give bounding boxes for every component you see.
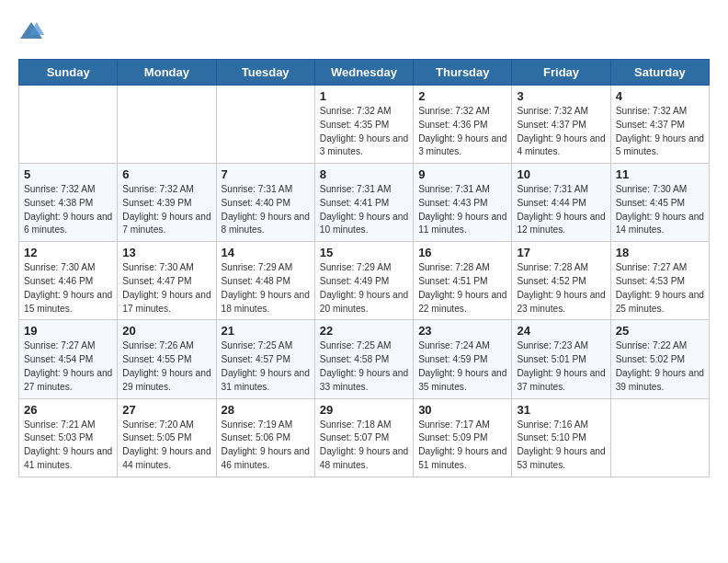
day-number: 4 xyxy=(616,89,704,103)
calendar-cell: 18Sunrise: 7:27 AM Sunset: 4:53 PM Dayli… xyxy=(610,242,709,320)
day-number: 3 xyxy=(517,89,605,103)
cell-text: Sunrise: 7:31 AM Sunset: 4:44 PM Dayligh… xyxy=(517,183,605,237)
logo xyxy=(18,18,48,44)
day-number: 25 xyxy=(616,324,704,338)
day-header-thursday: Thursday xyxy=(414,60,512,86)
day-number: 13 xyxy=(122,246,210,259)
calendar-cell: 16Sunrise: 7:28 AM Sunset: 4:51 PM Dayli… xyxy=(414,242,512,320)
cell-text: Sunrise: 7:21 AM Sunset: 5:03 PM Dayligh… xyxy=(24,419,112,473)
calendar-week-1: 1Sunrise: 7:32 AM Sunset: 4:35 PM Daylig… xyxy=(19,86,710,164)
cell-text: Sunrise: 7:32 AM Sunset: 4:39 PM Dayligh… xyxy=(122,183,210,237)
day-number: 6 xyxy=(122,167,210,181)
calendar-week-5: 26Sunrise: 7:21 AM Sunset: 5:03 PM Dayli… xyxy=(19,398,710,477)
calendar-cell: 20Sunrise: 7:26 AM Sunset: 4:55 PM Dayli… xyxy=(118,320,216,398)
calendar-cell: 29Sunrise: 7:18 AM Sunset: 5:07 PM Dayli… xyxy=(314,398,413,477)
cell-text: Sunrise: 7:28 AM Sunset: 4:51 PM Dayligh… xyxy=(418,261,506,316)
cell-text: Sunrise: 7:26 AM Sunset: 4:55 PM Dayligh… xyxy=(122,339,210,394)
cell-text: Sunrise: 7:30 AM Sunset: 4:45 PM Dayligh… xyxy=(616,183,704,237)
logo-icon xyxy=(18,18,44,44)
calendar-cell: 15Sunrise: 7:29 AM Sunset: 4:49 PM Dayli… xyxy=(314,242,413,320)
cell-text: Sunrise: 7:25 AM Sunset: 4:58 PM Dayligh… xyxy=(320,339,408,394)
cell-text: Sunrise: 7:29 AM Sunset: 4:48 PM Dayligh… xyxy=(222,261,310,316)
day-number: 12 xyxy=(24,246,112,259)
cell-text: Sunrise: 7:32 AM Sunset: 4:36 PM Dayligh… xyxy=(418,105,506,159)
calendar-cell: 1Sunrise: 7:32 AM Sunset: 4:35 PM Daylig… xyxy=(314,86,413,164)
calendar-cell: 12Sunrise: 7:30 AM Sunset: 4:46 PM Dayli… xyxy=(19,242,118,320)
calendar-cell: 17Sunrise: 7:28 AM Sunset: 4:52 PM Dayli… xyxy=(512,242,610,320)
calendar-cell: 22Sunrise: 7:25 AM Sunset: 4:58 PM Dayli… xyxy=(314,320,413,398)
day-header-monday: Monday xyxy=(118,60,216,86)
day-number: 7 xyxy=(222,167,310,181)
day-number: 24 xyxy=(517,324,605,338)
day-number: 1 xyxy=(320,89,408,103)
cell-text: Sunrise: 7:20 AM Sunset: 5:05 PM Dayligh… xyxy=(122,419,210,473)
calendar-week-3: 12Sunrise: 7:30 AM Sunset: 4:46 PM Dayli… xyxy=(19,242,710,320)
cell-text: Sunrise: 7:32 AM Sunset: 4:35 PM Dayligh… xyxy=(320,105,408,159)
cell-text: Sunrise: 7:19 AM Sunset: 5:06 PM Dayligh… xyxy=(222,419,310,473)
calendar-week-4: 19Sunrise: 7:27 AM Sunset: 4:54 PM Dayli… xyxy=(19,320,710,398)
calendar-cell: 23Sunrise: 7:24 AM Sunset: 4:59 PM Dayli… xyxy=(414,320,512,398)
cell-text: Sunrise: 7:25 AM Sunset: 4:57 PM Dayligh… xyxy=(222,339,310,394)
calendar-cell: 13Sunrise: 7:30 AM Sunset: 4:47 PM Dayli… xyxy=(118,242,216,320)
cell-text: Sunrise: 7:27 AM Sunset: 4:54 PM Dayligh… xyxy=(24,339,112,394)
day-header-tuesday: Tuesday xyxy=(216,60,314,86)
calendar-cell: 31Sunrise: 7:16 AM Sunset: 5:10 PM Dayli… xyxy=(512,398,610,477)
cell-text: Sunrise: 7:27 AM Sunset: 4:53 PM Dayligh… xyxy=(616,261,704,316)
cell-text: Sunrise: 7:28 AM Sunset: 4:52 PM Dayligh… xyxy=(517,261,605,316)
calendar-cell: 11Sunrise: 7:30 AM Sunset: 4:45 PM Dayli… xyxy=(610,164,709,242)
day-number: 26 xyxy=(24,403,112,417)
calendar-cell: 26Sunrise: 7:21 AM Sunset: 5:03 PM Dayli… xyxy=(19,398,118,477)
day-number: 5 xyxy=(24,167,112,181)
cell-text: Sunrise: 7:32 AM Sunset: 4:38 PM Dayligh… xyxy=(24,183,112,237)
day-number: 30 xyxy=(418,403,506,417)
day-number: 17 xyxy=(517,246,605,259)
cell-text: Sunrise: 7:32 AM Sunset: 4:37 PM Dayligh… xyxy=(517,105,605,159)
calendar-cell: 21Sunrise: 7:25 AM Sunset: 4:57 PM Dayli… xyxy=(216,320,314,398)
day-number: 20 xyxy=(122,324,210,338)
day-number: 27 xyxy=(122,403,210,417)
calendar-cell: 25Sunrise: 7:22 AM Sunset: 5:02 PM Dayli… xyxy=(610,320,709,398)
day-number: 2 xyxy=(418,89,506,103)
cell-text: Sunrise: 7:30 AM Sunset: 4:46 PM Dayligh… xyxy=(24,261,112,316)
day-number: 28 xyxy=(222,403,310,417)
day-number: 22 xyxy=(320,324,408,338)
cell-text: Sunrise: 7:32 AM Sunset: 4:37 PM Dayligh… xyxy=(616,105,704,159)
day-number: 31 xyxy=(517,403,605,417)
cell-text: Sunrise: 7:31 AM Sunset: 4:43 PM Dayligh… xyxy=(418,183,506,237)
calendar-cell: 9Sunrise: 7:31 AM Sunset: 4:43 PM Daylig… xyxy=(414,164,512,242)
cell-text: Sunrise: 7:31 AM Sunset: 4:40 PM Dayligh… xyxy=(222,183,310,237)
day-header-sunday: Sunday xyxy=(19,60,118,86)
calendar-cell: 7Sunrise: 7:31 AM Sunset: 4:40 PM Daylig… xyxy=(216,164,314,242)
calendar-cell: 30Sunrise: 7:17 AM Sunset: 5:09 PM Dayli… xyxy=(414,398,512,477)
calendar-cell xyxy=(118,86,216,164)
calendar-cell: 24Sunrise: 7:23 AM Sunset: 5:01 PM Dayli… xyxy=(512,320,610,398)
calendar-cell: 8Sunrise: 7:31 AM Sunset: 4:41 PM Daylig… xyxy=(314,164,413,242)
calendar-cell xyxy=(19,86,118,164)
cell-text: Sunrise: 7:31 AM Sunset: 4:41 PM Dayligh… xyxy=(320,183,408,237)
cell-text: Sunrise: 7:16 AM Sunset: 5:10 PM Dayligh… xyxy=(517,419,605,473)
day-header-saturday: Saturday xyxy=(610,60,709,86)
calendar-cell: 3Sunrise: 7:32 AM Sunset: 4:37 PM Daylig… xyxy=(512,86,610,164)
day-number: 10 xyxy=(517,167,605,181)
calendar-cell: 19Sunrise: 7:27 AM Sunset: 4:54 PM Dayli… xyxy=(19,320,118,398)
day-number: 9 xyxy=(418,167,506,181)
calendar-cell: 14Sunrise: 7:29 AM Sunset: 4:48 PM Dayli… xyxy=(216,242,314,320)
day-number: 18 xyxy=(616,246,704,259)
calendar-cell: 28Sunrise: 7:19 AM Sunset: 5:06 PM Dayli… xyxy=(216,398,314,477)
day-number: 29 xyxy=(320,403,408,417)
cell-text: Sunrise: 7:30 AM Sunset: 4:47 PM Dayligh… xyxy=(122,261,210,316)
day-number: 16 xyxy=(418,246,506,259)
day-number: 19 xyxy=(24,324,112,338)
calendar-cell xyxy=(216,86,314,164)
calendar-cell: 5Sunrise: 7:32 AM Sunset: 4:38 PM Daylig… xyxy=(19,164,118,242)
day-number: 11 xyxy=(616,167,704,181)
header xyxy=(18,18,710,44)
cell-text: Sunrise: 7:18 AM Sunset: 5:07 PM Dayligh… xyxy=(320,419,408,473)
cell-text: Sunrise: 7:29 AM Sunset: 4:49 PM Dayligh… xyxy=(320,261,408,316)
cell-text: Sunrise: 7:22 AM Sunset: 5:02 PM Dayligh… xyxy=(616,339,704,394)
calendar-cell: 2Sunrise: 7:32 AM Sunset: 4:36 PM Daylig… xyxy=(414,86,512,164)
calendar-header-row: SundayMondayTuesdayWednesdayThursdayFrid… xyxy=(19,60,710,86)
calendar-cell: 27Sunrise: 7:20 AM Sunset: 5:05 PM Dayli… xyxy=(118,398,216,477)
calendar-cell: 4Sunrise: 7:32 AM Sunset: 4:37 PM Daylig… xyxy=(610,86,709,164)
calendar-cell xyxy=(610,398,709,477)
